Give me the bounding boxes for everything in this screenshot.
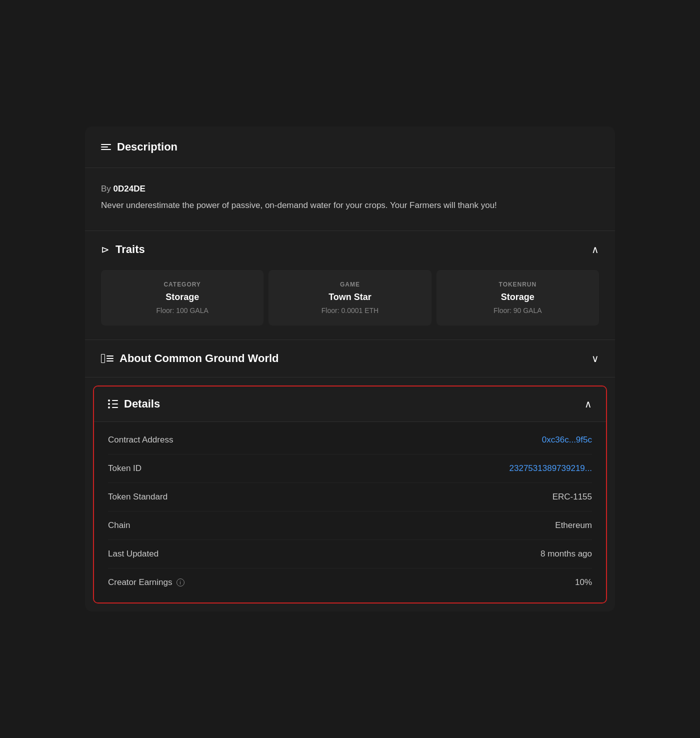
detail-label-4: Last Updated: [108, 549, 158, 559]
traits-grid: CATEGORY Storage Floor: 100 GALA GAME To…: [85, 268, 615, 340]
details-header-left: Details: [108, 398, 160, 410]
traits-chevron-up-icon[interactable]: [592, 244, 599, 256]
detail-label-1: Token ID: [108, 464, 142, 474]
details-section-header[interactable]: Details: [94, 386, 606, 422]
trait-floor-0: Floor: 100 GALA: [111, 306, 254, 314]
detail-row-2: Token Standard ERC-1155: [108, 483, 592, 512]
trait-card-1: GAME Town Star Floor: 0.0001 ETH: [268, 270, 431, 326]
trait-card-2: TOKENRUN Storage Floor: 90 GALA: [436, 270, 599, 326]
details-section: Details Contract Address 0xc36c...9f5c T…: [93, 386, 607, 604]
details-body: Contract Address 0xc36c...9f5c Token ID …: [94, 422, 606, 602]
trait-floor-1: Floor: 0.0001 ETH: [278, 306, 421, 314]
details-chevron-up-icon[interactable]: [584, 398, 592, 410]
trait-value-1: Town Star: [278, 292, 421, 302]
detail-value-3: Ethereum: [555, 520, 592, 530]
trait-card-0: CATEGORY Storage Floor: 100 GALA: [101, 270, 264, 326]
traits-section-header[interactable]: ⊳ Traits: [85, 230, 615, 268]
detail-row-3: Chain Ethereum: [108, 512, 592, 540]
main-card: Description By 0D24DE Never underestimat…: [85, 126, 615, 611]
detail-label-3: Chain: [108, 520, 130, 530]
detail-label-5: Creator Earnings i: [108, 578, 184, 588]
detail-label-2: Token Standard: [108, 492, 168, 502]
about-chevron-down-icon[interactable]: [592, 352, 599, 364]
creator-earnings-info-icon[interactable]: i: [176, 578, 184, 586]
detail-value-1[interactable]: 2327531389739219...: [510, 464, 592, 474]
details-list-icon: [108, 400, 118, 408]
detail-row-4: Last Updated 8 months ago: [108, 540, 592, 568]
menu-icon: [101, 144, 111, 150]
trait-label-2: TOKENRUN: [446, 281, 589, 288]
description-title: Description: [117, 140, 178, 154]
detail-row-1: Token ID 2327531389739219...: [108, 454, 592, 483]
description-header: Description: [101, 140, 599, 154]
detail-label-0: Contract Address: [108, 435, 173, 445]
trait-label-0: CATEGORY: [111, 281, 254, 288]
tag-icon: ⊳: [101, 244, 110, 256]
description-body: By 0D24DE Never underestimate the power …: [85, 168, 615, 230]
description-text: Never underestimate the power of passive…: [101, 199, 599, 212]
trait-label-1: GAME: [278, 281, 421, 288]
detail-row-5: Creator Earnings i 10%: [108, 568, 592, 596]
detail-value-0[interactable]: 0xc36c...9f5c: [542, 435, 592, 445]
about-title: About Common Ground World: [120, 352, 279, 365]
details-title: Details: [124, 398, 160, 410]
traits-header-left: ⊳ Traits: [101, 243, 145, 256]
detail-value-2: ERC-1155: [552, 492, 592, 502]
trait-value-2: Storage: [446, 292, 589, 302]
about-icon: [101, 354, 114, 363]
about-header-left: About Common Ground World: [101, 352, 279, 365]
description-section: Description: [85, 126, 615, 168]
trait-value-0: Storage: [111, 292, 254, 302]
detail-value-5: 10%: [575, 578, 592, 588]
by-label: By: [101, 184, 111, 194]
description-by: By 0D24DE: [101, 184, 599, 194]
trait-floor-2: Floor: 90 GALA: [446, 306, 589, 314]
detail-row-0: Contract Address 0xc36c...9f5c: [108, 426, 592, 454]
about-section-header[interactable]: About Common Ground World: [85, 340, 615, 378]
detail-value-4: 8 months ago: [540, 549, 592, 559]
traits-title: Traits: [116, 243, 145, 256]
author-name: 0D24DE: [114, 184, 146, 194]
